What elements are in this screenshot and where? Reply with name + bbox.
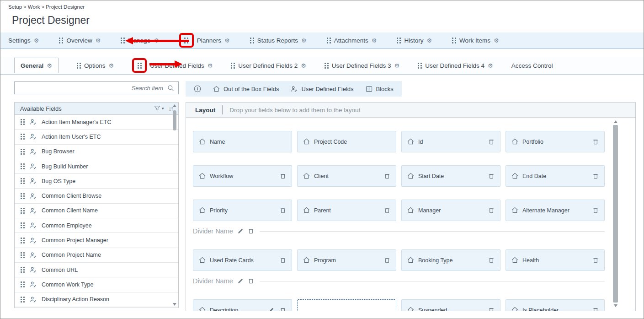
drag-handle-icon[interactable] [21, 134, 25, 140]
available-field-item[interactable]: Common Project Name [15, 248, 178, 263]
gear-icon[interactable]: ⚙ [426, 38, 432, 43]
trash-icon[interactable] [280, 207, 286, 214]
scrollbar-thumb[interactable] [613, 125, 618, 303]
out-of-the-box-fields-button[interactable]: Out of the Box Fields [213, 86, 279, 92]
fields-list-scrollbar[interactable] [172, 104, 177, 306]
available-field-item[interactable]: Common Project Manager [15, 233, 178, 248]
drag-handle-icon[interactable] [21, 149, 25, 155]
edit-icon[interactable] [237, 278, 244, 284]
field-card-description[interactable]: Description [193, 299, 292, 311]
drag-handle-icon[interactable] [21, 222, 25, 228]
gear-icon[interactable]: ⚙ [34, 38, 39, 43]
layout-drop-area[interactable]: NameProject CodeIdPortfolioWorkflowClien… [186, 118, 635, 311]
field-card-client[interactable]: Client [297, 165, 396, 187]
trash-icon[interactable] [592, 257, 599, 264]
search-input[interactable] [19, 84, 164, 92]
trash-icon[interactable] [384, 173, 390, 179]
blocks-button[interactable]: Blocks [366, 86, 394, 92]
trash-icon[interactable] [280, 307, 286, 311]
gear-icon[interactable]: ⚙ [47, 63, 52, 69]
trash-icon[interactable] [280, 173, 286, 179]
gear-icon[interactable]: ⚙ [494, 38, 499, 43]
edit-icon[interactable] [237, 228, 244, 234]
drag-handle-icon[interactable] [21, 252, 25, 258]
drag-handle-icon[interactable] [21, 178, 25, 184]
drag-handle-icon[interactable] [452, 38, 456, 43]
trash-icon[interactable] [488, 257, 495, 264]
available-field-item[interactable]: Common URL [15, 263, 178, 277]
field-card-parent[interactable]: Parent [297, 200, 396, 221]
available-field-item[interactable]: Common Work Type [15, 277, 178, 292]
scroll-down-icon[interactable] [614, 304, 617, 307]
breadcrumb-item-setup[interactable]: Setup [8, 4, 22, 10]
trash-icon[interactable] [488, 139, 495, 145]
trash-icon[interactable] [248, 278, 254, 284]
drag-handle-icon[interactable] [21, 193, 25, 199]
field-card-suspended[interactable]: Suspended [401, 299, 500, 311]
scrollbar-thumb[interactable] [173, 110, 176, 130]
top-tab-attachments[interactable]: Attachments⚙ [327, 37, 377, 44]
drag-handle-icon[interactable] [21, 238, 25, 243]
drag-handle-icon[interactable] [21, 281, 25, 287]
gear-icon[interactable]: ⚙ [488, 63, 493, 69]
field-card-alternate-manager[interactable]: Alternate Manager [506, 200, 605, 221]
field-card-manager[interactable]: Manager [401, 200, 500, 221]
drag-handle-icon[interactable] [397, 38, 401, 43]
drag-handle-icon[interactable] [21, 297, 25, 303]
field-card-project-code[interactable]: Project Code [297, 131, 396, 152]
field-card-portfolio[interactable]: Portfolio [506, 131, 605, 152]
field-card-name[interactable]: Name [193, 131, 292, 152]
trash-icon[interactable] [592, 307, 599, 311]
drag-handle-icon[interactable] [59, 38, 63, 43]
trash-icon[interactable] [592, 139, 599, 145]
trash-icon[interactable] [384, 257, 390, 264]
sub-tab-options[interactable]: Options⚙ [77, 62, 114, 69]
drag-handle-icon[interactable] [121, 38, 125, 43]
available-field-item[interactable]: Disciplinary Action Reason [15, 292, 178, 307]
drag-handle-icon[interactable] [250, 38, 254, 43]
drag-handle-icon[interactable] [138, 63, 142, 69]
available-field-item[interactable]: Action Item Manager's ETC [15, 115, 178, 130]
top-tab-overview[interactable]: Overview⚙ [59, 37, 101, 44]
user-defined-fields-button[interactable]: User Defined Fields [291, 86, 353, 92]
sub-tab-user-defined-fields-4[interactable]: User Defined Fields 4⚙ [418, 62, 493, 69]
available-field-item[interactable]: Bug Browser [15, 145, 178, 159]
drag-handle-icon[interactable] [21, 267, 25, 273]
gear-icon[interactable]: ⚙ [108, 63, 114, 69]
gear-icon[interactable]: ⚙ [301, 63, 306, 69]
top-tab-history[interactable]: History⚙ [397, 37, 432, 44]
top-tab-work-items[interactable]: Work Items⚙ [452, 37, 499, 44]
trash-icon[interactable] [280, 257, 286, 264]
top-tab-status-reports[interactable]: Status Reports⚙ [250, 37, 307, 44]
sub-tab-user-defined-fields[interactable]: User Defined Fields⚙ [132, 60, 213, 71]
available-field-item[interactable]: Action Item User's ETC [15, 130, 178, 144]
breadcrumb-item-project-designer[interactable]: Project Designer [46, 4, 85, 10]
trash-icon[interactable] [488, 207, 495, 214]
scroll-up-icon[interactable] [173, 104, 176, 107]
drag-handle-icon[interactable] [325, 63, 329, 69]
drag-handle-icon[interactable] [231, 63, 235, 69]
field-card-end-date[interactable]: End Date [506, 165, 605, 187]
sub-tab-user-defined-fields-2[interactable]: User Defined Fields 2⚙ [231, 62, 306, 69]
available-field-item[interactable]: Bug Build Number [15, 159, 178, 174]
field-card-workflow[interactable]: Workflow [193, 165, 292, 187]
available-field-item[interactable]: Common Client Browse [15, 189, 178, 203]
available-field-item[interactable]: Bug OS Type [15, 174, 178, 189]
info-button[interactable] [194, 85, 201, 92]
gear-icon[interactable]: ⚙ [224, 38, 230, 43]
trash-icon[interactable] [592, 173, 599, 179]
available-field-item[interactable]: Common Client Name [15, 204, 178, 218]
gear-icon[interactable]: ⚙ [394, 63, 400, 69]
filter-dropdown[interactable]: ▾ [154, 105, 164, 112]
drag-handle-icon[interactable] [327, 38, 331, 43]
trash-icon[interactable] [488, 173, 495, 179]
breadcrumb-item-work[interactable]: Work [28, 4, 40, 10]
field-card-program[interactable]: Program [297, 249, 396, 271]
gear-icon[interactable]: ⚙ [301, 38, 307, 43]
sub-tab-access-control[interactable]: Access Control [511, 62, 553, 69]
field-card-priority[interactable]: Priority [193, 200, 292, 221]
gear-icon[interactable]: ⚙ [372, 38, 377, 43]
search-icon[interactable] [167, 85, 174, 92]
layout-scrollbar[interactable] [612, 120, 618, 307]
drag-handle-icon[interactable] [21, 208, 25, 214]
